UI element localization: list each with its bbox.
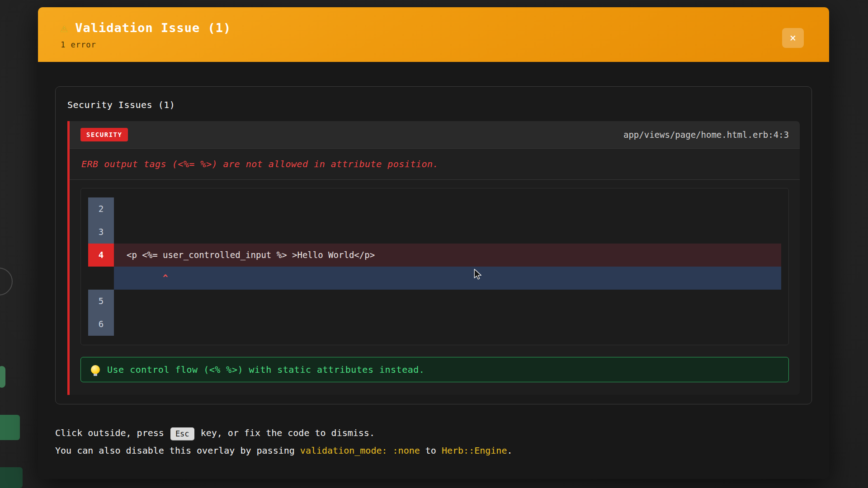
code-line-error: 4 <p <%= user_controlled_input %> >Hello… [88, 244, 781, 267]
code-line: 3 [88, 221, 781, 244]
inline-code-validation-mode: validation_mode: :none [300, 445, 420, 456]
background-artifact [0, 366, 5, 388]
code-line-caret: ^ [88, 267, 781, 290]
code-text [114, 313, 781, 336]
line-number: 4 [88, 244, 114, 267]
footer-text: to [420, 445, 442, 456]
esc-key: Esc [170, 427, 194, 440]
suggestion-text: Use control flow (<% %>) with static att… [107, 364, 425, 375]
error-message: ERB output tags (<%= %>) are not allowed… [81, 159, 439, 169]
line-number: 5 [88, 290, 114, 313]
footer-text: . [507, 445, 512, 456]
line-number: 3 [88, 221, 114, 244]
dialog-header: ⚠ Validation Issue (1) 1 error × [38, 7, 829, 62]
close-icon: × [790, 32, 796, 44]
inline-code-herb-engine: Herb::Engine [442, 445, 507, 456]
code-line: 5 [88, 290, 781, 313]
diagnostic-card-header: SECURITY app/views/page/home.html.erb:4:… [70, 121, 800, 149]
file-location[interactable]: app/views/page/home.html.erb:4:3 [623, 130, 789, 140]
code-line: 2 [88, 197, 781, 221]
diagnostic-card: SECURITY app/views/page/home.html.erb:4:… [67, 121, 800, 395]
code-text [114, 290, 781, 313]
error-count: 1 error [61, 40, 807, 49]
error-message-row: ERB output tags (<%= %>) are not allowed… [70, 149, 800, 180]
validation-overlay-dialog: ⚠ Validation Issue (1) 1 error × Securit… [38, 7, 829, 479]
code-text [114, 221, 781, 244]
code-text: <p <%= user_controlled_input %> >Hello W… [114, 244, 781, 267]
code-line: 6 [88, 313, 781, 336]
footer-text: key, or fix the code to dismiss. [195, 427, 375, 438]
security-badge: SECURITY [80, 128, 128, 141]
code-snippet: 2 3 4 <p <%= user_controlled_input %> >H… [80, 188, 789, 345]
footer-text: You can also disable this overlay by pas… [55, 445, 300, 456]
caret-marker: ^ [114, 267, 781, 290]
lightbulb-icon [91, 365, 100, 374]
footer-text: Click outside, press [55, 427, 170, 438]
security-issues-panel: Security Issues (1) SECURITY app/views/p… [55, 86, 812, 404]
suggestion-box: Use control flow (<% %>) with static att… [80, 357, 789, 382]
line-number: 2 [88, 197, 114, 221]
background-artifact [0, 415, 20, 440]
background-artifact [0, 467, 23, 488]
close-button[interactable]: × [782, 28, 804, 48]
dialog-body: Security Issues (1) SECURITY app/views/p… [38, 62, 829, 479]
dismiss-instructions-line1: Click outside, press Esc key, or fix the… [55, 424, 812, 442]
background-artifact [0, 267, 13, 296]
dismiss-instructions: Click outside, press Esc key, or fix the… [55, 424, 812, 460]
panel-title: Security Issues (1) [56, 87, 811, 121]
dialog-title: Validation Issue (1) [75, 21, 231, 35]
line-number: 6 [88, 313, 114, 336]
code-text [114, 197, 781, 221]
warning-icon: ⚠ [61, 22, 68, 34]
line-number [88, 267, 114, 290]
dismiss-instructions-line2: You can also disable this overlay by pas… [55, 442, 812, 460]
